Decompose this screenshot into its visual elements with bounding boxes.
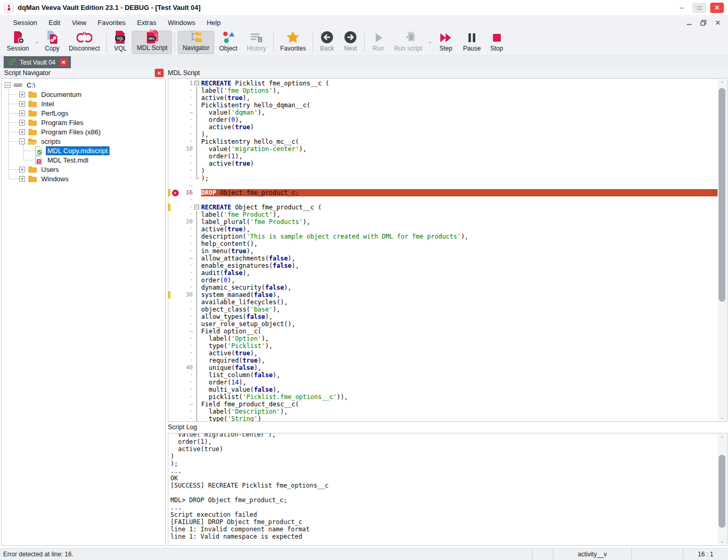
stop-button[interactable]: Stop: [486, 31, 508, 54]
code-line-44[interactable]: · picklist('Picklist.fme_options__c')),: [168, 393, 719, 401]
code-line-27[interactable]: ·audit(false),: [168, 269, 719, 277]
code-line-38[interactable]: · active(true),: [168, 350, 719, 357]
vql-button[interactable]: VQLVQL: [109, 31, 131, 54]
code-line-18[interactable]: ·−RECREATE Object fme_product__c (: [168, 204, 719, 211]
code-line-20[interactable]: 20label_plural('fme Products'),: [168, 218, 719, 226]
code-line-35[interactable]: –Field option__c(: [168, 328, 719, 335]
minimize-button[interactable]: –: [675, 3, 688, 13]
mdi-restore-icon[interactable]: [700, 20, 707, 26]
tree-item-perflogs[interactable]: +PerfLogs: [2, 108, 165, 118]
editor-scroll-thumb[interactable]: [719, 88, 725, 302]
code-line-24[interactable]: ·in_menu(true),: [168, 247, 719, 255]
scroll-down-icon[interactable]: ⌄: [718, 537, 726, 545]
mdl-script-editor[interactable]: 1−RECREATE Picklist fme_options__c (·lab…: [168, 78, 727, 422]
copy-button[interactable]: Copy: [41, 31, 64, 54]
scroll-up-icon[interactable]: ⌃: [718, 434, 726, 442]
code-line-17[interactable]: ·: [168, 196, 719, 204]
code-line-33[interactable]: ·allow_types(false),: [168, 313, 719, 320]
scroll-up-icon[interactable]: ⌃: [718, 79, 726, 88]
log-vertical-scrollbar[interactable]: ⌃ ⌄: [718, 434, 726, 545]
code-line-37[interactable]: · type('Picklist'),: [168, 342, 719, 350]
mdl-script-button[interactable]: MDLMDL Script: [132, 31, 172, 54]
scroll-down-icon[interactable]: ⌄: [718, 413, 726, 421]
code-line-41[interactable]: · list_column(false),: [168, 371, 719, 379]
code-line-43[interactable]: · multi_value(false),: [168, 386, 719, 393]
tab-close-icon[interactable]: ✕: [59, 58, 67, 66]
code-line-3[interactable]: ·active(true),: [168, 94, 719, 102]
code-line-39[interactable]: · required(true),: [168, 357, 719, 364]
expand-icon[interactable]: +: [19, 101, 25, 107]
close-button[interactable]: ✕: [710, 3, 724, 13]
code-line-26[interactable]: ·enable_esignatures(false),: [168, 262, 719, 269]
tree-item-scripts[interactable]: −scripts: [2, 136, 165, 146]
code-line-36[interactable]: · label('Option'),: [168, 335, 719, 342]
menu-edit[interactable]: Edit: [43, 17, 66, 28]
expand-icon[interactable]: +: [19, 92, 25, 97]
code-line-25[interactable]: –allow_attachments(false),: [168, 255, 719, 262]
disconnect-button[interactable]: Disconnect: [65, 31, 104, 54]
tree-item-intel[interactable]: +Intel: [2, 99, 165, 108]
code-line-16[interactable]: ✕16DROP Object fme_product_c;: [168, 189, 719, 196]
code-line-14[interactable]: ·);: [168, 175, 719, 182]
navigator-button[interactable]: Navigator: [178, 31, 214, 54]
code-line-4[interactable]: ·Picklistentry hello_dqman__c(: [168, 102, 719, 109]
tab-test-vault-04[interactable]: Test Vault 04 ✕: [4, 56, 71, 68]
step-button[interactable]: Step: [434, 31, 458, 54]
code-line-15[interactable]: –: [168, 182, 719, 189]
maximize-button[interactable]: □: [693, 3, 706, 13]
code-line-32[interactable]: ·object_class('base'),: [168, 306, 719, 313]
code-line-2[interactable]: ·label('fme Options'),: [168, 87, 719, 94]
next-button[interactable]: Next: [339, 31, 362, 54]
code-line-13[interactable]: ·): [168, 167, 719, 175]
mdi-close-icon[interactable]: [715, 20, 721, 26]
menu-windows[interactable]: Windows: [162, 17, 201, 28]
expand-icon[interactable]: +: [19, 176, 25, 182]
script-log-panel[interactable]: value('migration-center'), order(1), act…: [168, 433, 727, 546]
pause-button[interactable]: Pause: [459, 31, 485, 54]
tree-item-mdl-test-mdl[interactable]: DMDL Test.mdl: [2, 155, 165, 165]
menu-favorites[interactable]: Favorites: [92, 17, 131, 28]
expand-icon[interactable]: +: [19, 167, 25, 172]
code-line-31[interactable]: ·available_lifecycles(),: [168, 298, 719, 306]
code-line-23[interactable]: ·help_content(),: [168, 240, 719, 247]
chevron-down-icon[interactable]: ⌄: [35, 30, 39, 55]
chevron-down-icon[interactable]: ⌄: [428, 30, 432, 55]
collapse-icon[interactable]: −: [5, 82, 10, 88]
tree-item-users[interactable]: +Users: [2, 165, 165, 174]
back-button[interactable]: Back: [316, 31, 338, 54]
code-line-45[interactable]: –Field fme_product_desc__c(: [168, 401, 719, 408]
tree-item-program-files[interactable]: +Program Files: [2, 118, 165, 127]
code-line-6[interactable]: · order(0),: [168, 116, 719, 123]
script-navigator-close-icon[interactable]: ✕: [155, 69, 164, 77]
code-line-46[interactable]: · label('Description'),: [168, 408, 719, 415]
tree-item-windows[interactable]: +Windows: [2, 174, 165, 183]
code-line-1[interactable]: 1−RECREATE Picklist fme_options__c (: [168, 80, 719, 87]
log-scroll-thumb[interactable]: [719, 455, 725, 528]
code-line-34[interactable]: ·user_role_setup_object(),: [168, 320, 719, 328]
fold-collapse-icon[interactable]: −: [194, 204, 201, 211]
object-button[interactable]: Object: [215, 31, 242, 54]
expand-icon[interactable]: +: [19, 129, 25, 135]
expand-icon[interactable]: +: [19, 120, 25, 126]
code-line-30[interactable]: 30system_manaed(false),: [168, 291, 719, 298]
expand-icon[interactable]: +: [19, 110, 25, 116]
code-line-29[interactable]: ·dynamic_security(false),: [168, 284, 719, 291]
menu-session[interactable]: Session: [7, 17, 43, 28]
tree-item-documentum[interactable]: +Documentum: [2, 90, 165, 99]
code-line-10[interactable]: 10 value('migration-center'),: [168, 145, 719, 153]
code-line-21[interactable]: ·active(true),: [168, 226, 719, 233]
code-line-8[interactable]: ·),: [168, 131, 719, 138]
code-line-28[interactable]: ·order(0),: [168, 277, 719, 284]
menu-view[interactable]: View: [66, 17, 92, 28]
tree-item-c-[interactable]: −C:\: [2, 80, 165, 90]
code-line-7[interactable]: · active(true): [168, 123, 719, 131]
menu-extras[interactable]: Extras: [131, 17, 162, 28]
code-line-40[interactable]: 40 unique(false),: [168, 364, 719, 371]
tree-item-program-files-x86-[interactable]: +Program Files (x86): [2, 127, 165, 136]
code-line-9[interactable]: ·Picklistentry hello_mc__c(: [168, 138, 719, 145]
mdi-minimize-icon[interactable]: [686, 20, 692, 26]
collapse-icon[interactable]: −: [19, 139, 25, 144]
menu-help[interactable]: Help: [201, 17, 227, 28]
code-line-42[interactable]: · order(14),: [168, 379, 719, 386]
favorites-button[interactable]: Favorites: [276, 31, 310, 54]
